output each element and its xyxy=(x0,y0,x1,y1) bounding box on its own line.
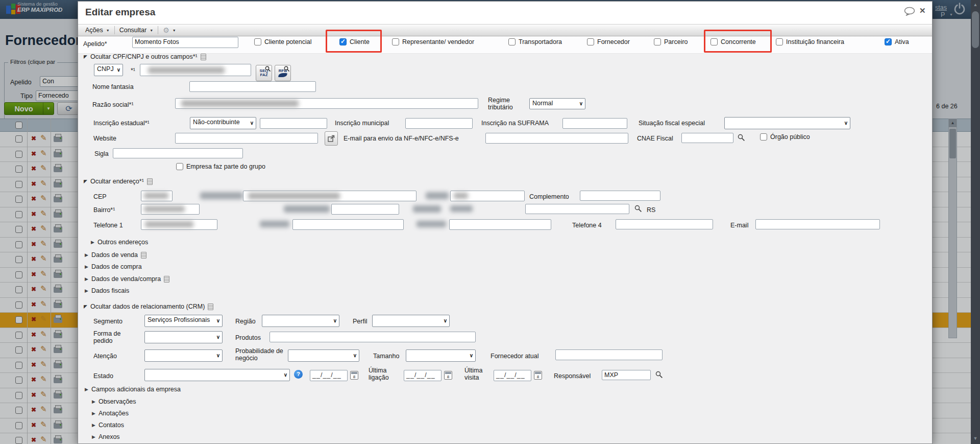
section-dados-compra[interactable]: ▶Dados de compra xyxy=(85,263,142,270)
checkbox-unchecked[interactable] xyxy=(254,38,261,45)
doc-type-select[interactable]: CNPJ xyxy=(94,64,123,76)
section-dados-venda-compra[interactable]: ▶Dados de venda/compra xyxy=(85,275,169,283)
redacted-label xyxy=(200,192,243,199)
atencao-select[interactable] xyxy=(144,349,223,362)
regiao-select[interactable] xyxy=(262,315,339,327)
inscricao-municipal-input[interactable] xyxy=(405,118,473,129)
checkbox-checked[interactable] xyxy=(885,38,892,45)
search-icon[interactable] xyxy=(634,205,642,213)
checkbox-unchecked[interactable] xyxy=(760,133,767,141)
orgao-publico-checkbox[interactable]: Órgão público xyxy=(760,133,810,141)
section-endereco[interactable]: ◤Ocultar endereço*¹ xyxy=(84,178,153,185)
checkbox-unchecked[interactable] xyxy=(392,38,399,45)
estado-select[interactable] xyxy=(144,369,290,381)
cnae-input[interactable] xyxy=(681,133,733,143)
cnae-label: CNAE Fiscal xyxy=(637,135,673,142)
atencao-label: Atenção xyxy=(93,353,117,360)
regime-tributario-label: Regime tributário xyxy=(488,97,524,111)
open-website-button[interactable] xyxy=(325,131,338,146)
copy-grid-icon[interactable] xyxy=(141,252,146,259)
inscricao-estadual-select[interactable]: Não-contribuinte xyxy=(190,117,256,129)
telefone2-input[interactable] xyxy=(292,219,404,230)
forma-pedido-select[interactable] xyxy=(144,331,223,343)
apelido-input[interactable]: Momento Fotos xyxy=(132,37,238,48)
suframa-input[interactable] xyxy=(562,118,627,129)
ultima-ligacao-input[interactable]: __/__/__ xyxy=(404,370,442,381)
email-input[interactable] xyxy=(755,219,880,229)
expand-icon: ▶ xyxy=(92,411,95,416)
rfb-lookup-button[interactable]: RFB xyxy=(275,65,291,81)
section-dados-fiscais[interactable]: ▶Dados fiscais xyxy=(85,287,129,294)
calendar-icon[interactable] xyxy=(444,371,452,380)
calendar-icon[interactable] xyxy=(534,371,542,380)
copy-grid-icon[interactable] xyxy=(208,303,213,310)
municipio-input[interactable] xyxy=(525,204,629,214)
grupo-checkbox[interactable]: Empresa faz parte do grupo xyxy=(176,163,265,170)
checkbox-label: Fornecedor xyxy=(597,38,630,45)
company-type-ativa: Ativa xyxy=(885,38,909,45)
checkbox-label: Parceiro xyxy=(664,38,688,45)
ultima-visita-input[interactable]: __/__/__ xyxy=(494,370,531,381)
tamanho-select[interactable] xyxy=(406,349,476,362)
collapse-icon: ◤ xyxy=(84,54,87,59)
regime-tributario-select[interactable]: Normal xyxy=(529,98,585,109)
complemento-input[interactable] xyxy=(580,191,660,201)
dialog-titlebar: Editar empresa ✕ xyxy=(78,2,932,24)
section-anotacoes[interactable]: ▶Anotações xyxy=(92,410,129,417)
calendar-icon[interactable] xyxy=(350,371,358,380)
section-outros-enderecos[interactable]: ▶Outros endereços xyxy=(91,239,148,246)
section-observacoes[interactable]: ▶Observações xyxy=(92,398,136,405)
feedback-bubble-icon[interactable] xyxy=(904,7,916,17)
telefone4-input[interactable] xyxy=(616,219,713,229)
probabilidade-select[interactable] xyxy=(288,349,359,362)
section-crm[interactable]: ◤Ocultar dados de relacionamento (CRM) xyxy=(84,303,213,310)
checkbox-unchecked[interactable] xyxy=(654,38,661,45)
section-campos-adicionais[interactable]: ▶Campos adicionais da empresa xyxy=(85,386,181,393)
expand-icon: ▶ xyxy=(92,423,95,428)
section-contatos[interactable]: ▶Contatos xyxy=(92,422,124,429)
fornecedor-atual-input[interactable] xyxy=(555,349,663,360)
segmento-select[interactable]: Serviços Profissionais xyxy=(144,315,223,327)
checkbox-unchecked[interactable] xyxy=(508,38,516,45)
nome-fantasia-input[interactable] xyxy=(189,81,316,92)
caixa-postal-input[interactable] xyxy=(331,204,399,215)
settings-menu-button[interactable]: ⚙▼ xyxy=(158,25,181,35)
telefone3-input[interactable] xyxy=(449,219,551,230)
help-icon[interactable]: ? xyxy=(294,370,303,379)
complemento-label: Complemento xyxy=(529,193,569,200)
perfil-select[interactable] xyxy=(372,315,450,327)
sigla-input[interactable] xyxy=(113,148,243,158)
produtos-input[interactable] xyxy=(270,332,476,342)
expand-icon: ▶ xyxy=(85,387,88,392)
email-nfe-input[interactable] xyxy=(485,133,628,144)
dialog-title: Editar empresa xyxy=(85,7,155,18)
section-cpf-cnpj[interactable]: ◤Ocultar CPF/CNPJ e outros campos*¹ xyxy=(84,53,206,60)
section-anexos[interactable]: ▶Anexos xyxy=(92,433,120,440)
bairro-label: Bairro*¹ xyxy=(93,206,115,214)
sefaz-lookup-button[interactable]: SEQFAZ xyxy=(256,65,272,81)
redacted-label xyxy=(260,221,289,227)
search-icon[interactable] xyxy=(655,371,663,379)
website-input[interactable] xyxy=(175,133,318,144)
acoes-menu-button[interactable]: Ações▼ xyxy=(81,26,114,35)
company-type-institui-o-financeira: Instituição financeira xyxy=(776,38,844,45)
copy-grid-icon[interactable] xyxy=(147,178,153,185)
inscricao-estadual-input[interactable] xyxy=(260,118,327,129)
checkbox-label: Ativa xyxy=(895,38,909,45)
redacted-label xyxy=(416,221,446,227)
copy-grid-icon[interactable] xyxy=(164,276,169,283)
company-type-transportadora: Transportadora xyxy=(508,38,562,45)
checkbox-unchecked[interactable] xyxy=(176,163,183,170)
situacao-fiscal-select[interactable] xyxy=(724,117,850,129)
copy-grid-icon[interactable] xyxy=(201,54,206,60)
search-icon[interactable] xyxy=(738,134,745,142)
consultar-menu-button[interactable]: Consultar▼ xyxy=(115,26,158,35)
responsavel-input[interactable]: MXP xyxy=(602,370,651,380)
section-dados-venda[interactable]: ▶Dados de venda xyxy=(85,251,146,259)
checkbox-unchecked[interactable] xyxy=(587,38,594,45)
close-icon[interactable]: ✕ xyxy=(919,6,926,15)
estado-date-input[interactable]: __/__/__ xyxy=(310,370,348,381)
checkbox-unchecked[interactable] xyxy=(776,38,783,45)
expand-icon: ▶ xyxy=(92,434,95,439)
expand-icon: ▶ xyxy=(92,399,95,404)
